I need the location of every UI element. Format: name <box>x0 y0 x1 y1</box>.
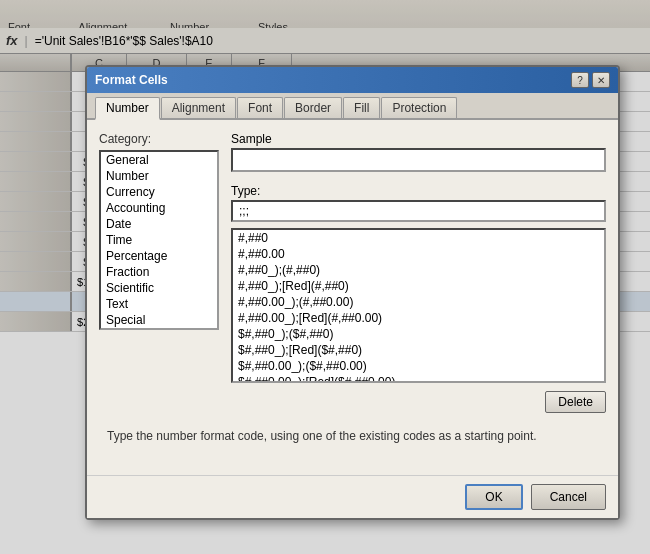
help-button[interactable]: ? <box>571 72 589 88</box>
list-item[interactable]: #,##0.00 <box>233 246 604 262</box>
list-item[interactable]: $#,##0_);($#,##0) <box>233 326 604 342</box>
dialog-controls: ? ✕ <box>571 72 610 88</box>
dialog-tabs: Number Alignment Font Border Fill Protec… <box>87 93 618 120</box>
format-cells-dialog: Format Cells ? ✕ Number Alignment Font B… <box>85 65 620 520</box>
category-item-date[interactable]: Date <box>101 216 217 232</box>
dialog-content: Category: General Number Currency Accoun… <box>99 132 606 413</box>
sample-label: Sample <box>231 132 606 146</box>
category-item-fraction[interactable]: Fraction <box>101 264 217 280</box>
type-section: Type: <box>231 184 606 222</box>
list-item[interactable]: $#,##0.00_);[Red]($#,##0.00) <box>233 374 604 383</box>
dialog-footer: OK Cancel <box>87 475 618 518</box>
dialog-title: Format Cells <box>95 73 168 87</box>
delete-button[interactable]: Delete <box>545 391 606 413</box>
format-list-container[interactable]: #,##0 #,##0.00 #,##0_);(#,##0) #,##0_);[… <box>231 228 606 383</box>
type-input[interactable] <box>231 200 606 222</box>
list-item[interactable]: $#,##0.00_);($#,##0.00) <box>233 358 604 374</box>
dialog-body: Category: General Number Currency Accoun… <box>87 120 618 475</box>
list-item[interactable]: #,##0_);[Red](#,##0) <box>233 278 604 294</box>
cancel-button[interactable]: Cancel <box>531 484 606 510</box>
tab-number[interactable]: Number <box>95 97 160 120</box>
close-button[interactable]: ✕ <box>592 72 610 88</box>
category-list[interactable]: General Number Currency Accounting Date … <box>99 150 219 330</box>
category-item-accounting[interactable]: Accounting <box>101 200 217 216</box>
right-panel: Sample Type: #,##0 #,##0.00 #,##0_);(#,#… <box>231 132 606 413</box>
category-item-scientific[interactable]: Scientific <box>101 280 217 296</box>
category-item-time[interactable]: Time <box>101 232 217 248</box>
list-item[interactable]: #,##0 <box>233 230 604 246</box>
tab-alignment[interactable]: Alignment <box>161 97 236 118</box>
format-list: #,##0 #,##0.00 #,##0_);(#,##0) #,##0_);[… <box>233 230 604 383</box>
dialog-titlebar: Format Cells ? ✕ <box>87 67 618 93</box>
category-item-special[interactable]: Special <box>101 312 217 328</box>
info-text: Type the number format code, using one o… <box>99 421 606 451</box>
category-item-currency[interactable]: Currency <box>101 184 217 200</box>
list-item[interactable]: #,##0_);(#,##0) <box>233 262 604 278</box>
type-label: Type: <box>231 184 606 198</box>
category-item-percentage[interactable]: Percentage <box>101 248 217 264</box>
category-item-number[interactable]: Number <box>101 168 217 184</box>
tab-fill[interactable]: Fill <box>343 97 380 118</box>
list-item[interactable]: $#,##0_);[Red]($#,##0) <box>233 342 604 358</box>
sample-box <box>231 148 606 172</box>
tab-border[interactable]: Border <box>284 97 342 118</box>
sample-section: Sample <box>231 132 606 172</box>
category-label: Category: <box>99 132 219 146</box>
tab-protection[interactable]: Protection <box>381 97 457 118</box>
category-section: Category: General Number Currency Accoun… <box>99 132 219 413</box>
list-item[interactable]: #,##0.00_);[Red](#,##0.00) <box>233 310 604 326</box>
category-item-custom[interactable]: Custom <box>101 328 217 330</box>
ok-button[interactable]: OK <box>465 484 522 510</box>
category-item-general[interactable]: General <box>101 152 217 168</box>
list-item[interactable]: #,##0.00_);(#,##0.00) <box>233 294 604 310</box>
tab-font[interactable]: Font <box>237 97 283 118</box>
category-item-text[interactable]: Text <box>101 296 217 312</box>
